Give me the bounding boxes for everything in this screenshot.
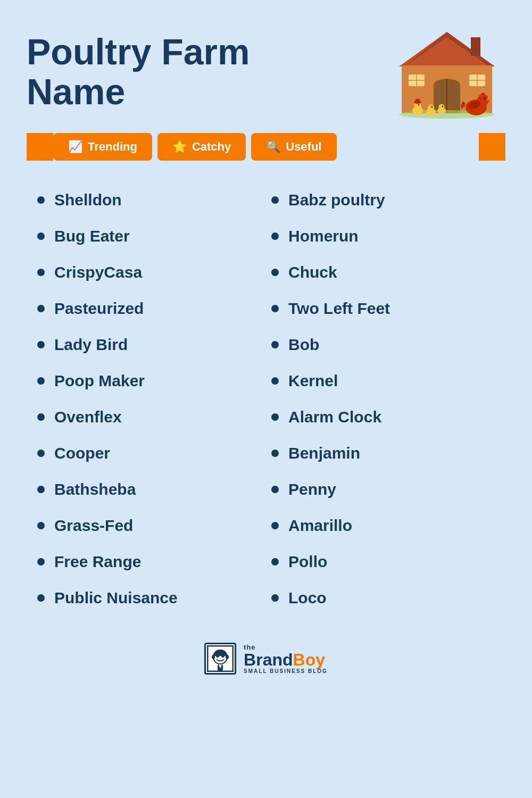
footer-logo: the BrandBoy SMALL BUSINESS BLOG [27,643,505,675]
name-text: Grass-Fed [54,516,133,535]
list-item: Lady Bird [37,327,261,363]
bullet-icon [271,558,279,566]
bullet-icon [37,450,45,457]
svg-point-39 [212,655,215,659]
list-item: Cooper [37,435,261,471]
name-text: Shelldon [54,190,122,210]
name-text: Alarm Clock [288,408,381,427]
trending-icon: 📈 [68,140,82,154]
name-text: Public Nuisance [54,588,178,608]
svg-point-40 [226,655,229,659]
tab-useful-label: Useful [286,140,321,154]
bullet-icon [37,341,45,348]
bullet-icon [37,522,45,529]
names-column-left: Shelldon Bug Eater CrispyCasa Pasteurize… [37,182,261,616]
list-item: CrispyCasa [37,254,261,290]
name-text: Poop Maker [54,371,145,390]
bullet-icon [37,594,45,602]
name-text: Bug Eater [54,227,130,246]
name-text: Cooper [54,444,110,463]
svg-point-17 [418,104,420,106]
header-section: Poultry Farm Name [27,21,505,122]
page-wrapper: Poultry Farm Name [0,0,532,798]
svg-rect-19 [415,99,420,103]
bullet-icon [271,594,279,602]
list-item: Two Left Feet [271,290,495,327]
list-item: Homerun [271,218,495,254]
name-text: Benjamin [288,444,360,463]
bullet-icon [271,305,279,312]
bullet-icon [271,522,279,529]
name-text: Amarillo [288,516,352,535]
useful-icon: 🔍 [266,140,280,154]
list-item: Bug Eater [37,218,261,254]
name-text: Pollo [288,552,327,571]
list-item: Alarm Clock [271,399,495,435]
svg-rect-2 [471,37,480,56]
list-item: Pollo [271,544,495,580]
tab-useful[interactable]: 🔍 Useful [251,133,336,161]
bullet-icon [271,269,279,276]
svg-point-31 [484,97,486,99]
name-text: Pasteurized [54,299,144,318]
tab-trending-label: Trending [88,140,137,154]
tab-trending[interactable]: 📈 Trending [53,133,152,161]
name-text: Two Left Feet [288,299,390,318]
catchy-icon: ⭐ [172,140,187,154]
list-item: Babz poultry [271,182,495,218]
brandboy-logo-icon [204,643,236,675]
farm-illustration [388,21,505,122]
name-text: Bob [288,335,319,354]
name-text: Free Range [54,552,141,571]
name-text: Kernel [288,371,338,390]
list-item: Free Range [37,544,261,580]
bullet-icon [271,196,279,204]
tabs-row: 📈 Trending ⭐ Catchy 🔍 Useful [27,133,505,161]
list-item: Ovenflex [37,399,261,435]
bullet-icon [37,232,45,240]
tab-catchy[interactable]: ⭐ Catchy [157,133,246,161]
logo-brandboy-text: BrandBoy [244,651,328,668]
names-section: Shelldon Bug Eater CrispyCasa Pasteurize… [27,182,505,616]
name-text: Babz poultry [288,190,385,210]
tab-catchy-label: Catchy [192,140,231,154]
list-item: Shelldon [37,182,261,218]
list-item: Kernel [271,363,495,399]
names-column-right: Babz poultry Homerun Chuck Two Left Feet… [271,182,495,616]
bullet-icon [37,196,45,204]
bullet-icon [37,269,45,276]
bullet-icon [271,450,279,457]
name-text: CrispyCasa [54,263,142,282]
bullet-icon [271,341,279,348]
bullet-icon [37,305,45,312]
tab-left-accent [27,133,53,161]
name-text: Lady Bird [54,335,128,354]
list-item: Chuck [271,254,495,290]
bullet-icon [37,413,45,421]
name-text: Chuck [288,263,337,282]
name-text: Penny [288,480,336,499]
logo-text-area: the BrandBoy SMALL BUSINESS BLOG [244,643,328,674]
tab-right-accent [479,133,505,161]
name-text: Loco [288,588,327,608]
bullet-icon [37,377,45,385]
svg-point-27 [442,106,444,107]
list-item: Pasteurized [37,290,261,327]
name-text: Bathsheba [54,480,136,499]
list-item: Benjamin [271,435,495,471]
list-item: Grass-Fed [37,508,261,544]
name-text: Ovenflex [54,408,122,427]
list-item: Loco [271,580,495,616]
page-title: Poultry Farm Name [27,21,356,112]
bullet-icon [271,377,279,385]
list-item: Bathsheba [37,471,261,508]
logo-brand-text: BrandBoy [244,650,325,669]
name-text: Homerun [288,227,359,246]
bullet-icon [271,486,279,493]
list-item: Penny [271,471,495,508]
bullet-icon [271,413,279,421]
bullet-icon [37,558,45,566]
svg-point-23 [431,106,433,108]
bullet-icon [37,486,45,493]
list-item: Public Nuisance [37,580,261,616]
